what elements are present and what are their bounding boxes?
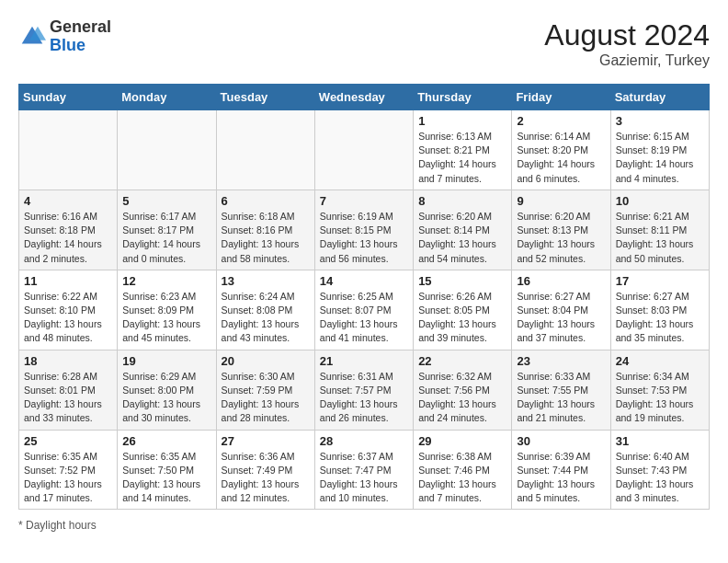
day-number: 16 (517, 274, 605, 288)
col-header-sunday: Sunday (19, 85, 118, 110)
day-info: Sunrise: 6:23 AMSunset: 8:09 PMDaylight:… (122, 290, 210, 346)
header-row: SundayMondayTuesdayWednesdayThursdayFrid… (19, 85, 710, 110)
day-info: Sunrise: 6:13 AMSunset: 8:21 PMDaylight:… (418, 130, 506, 186)
day-info: Sunrise: 6:27 AMSunset: 8:04 PMDaylight:… (517, 290, 605, 346)
week-row-2: 4Sunrise: 6:16 AMSunset: 8:18 PMDaylight… (19, 190, 710, 270)
day-cell: 25Sunrise: 6:35 AMSunset: 7:52 PMDayligh… (19, 430, 118, 510)
day-info: Sunrise: 6:36 AMSunset: 7:49 PMDaylight:… (222, 450, 310, 506)
day-info: Sunrise: 6:27 AMSunset: 8:03 PMDaylight:… (616, 290, 704, 346)
day-cell: 13Sunrise: 6:24 AMSunset: 8:08 PMDayligh… (216, 270, 314, 350)
day-info: Sunrise: 6:35 AMSunset: 7:52 PMDaylight:… (24, 450, 112, 506)
day-cell: 23Sunrise: 6:33 AMSunset: 7:55 PMDayligh… (512, 350, 610, 430)
day-cell: 5Sunrise: 6:17 AMSunset: 8:17 PMDaylight… (118, 190, 216, 270)
day-number: 11 (24, 274, 112, 288)
day-cell: 20Sunrise: 6:30 AMSunset: 7:59 PMDayligh… (216, 350, 314, 430)
day-number: 20 (222, 354, 310, 368)
day-cell: 11Sunrise: 6:22 AMSunset: 8:10 PMDayligh… (19, 270, 118, 350)
day-number: 13 (222, 274, 310, 288)
day-cell: 7Sunrise: 6:19 AMSunset: 8:15 PMDaylight… (314, 190, 413, 270)
logo-text: General Blue (50, 18, 111, 55)
day-info: Sunrise: 6:18 AMSunset: 8:16 PMDaylight:… (222, 210, 310, 266)
day-number: 15 (418, 274, 506, 288)
day-cell: 29Sunrise: 6:38 AMSunset: 7:46 PMDayligh… (414, 430, 512, 510)
day-number: 26 (122, 434, 210, 448)
day-number: 22 (418, 354, 506, 368)
day-info: Sunrise: 6:20 AMSunset: 8:14 PMDaylight:… (418, 210, 506, 266)
day-info: Sunrise: 6:35 AMSunset: 7:50 PMDaylight:… (122, 450, 210, 506)
day-number: 1 (418, 114, 506, 128)
page-header: General Blue August 2024 Gaziemir, Turke… (18, 18, 710, 69)
day-info: Sunrise: 6:38 AMSunset: 7:46 PMDaylight:… (418, 450, 506, 506)
week-row-1: 1Sunrise: 6:13 AMSunset: 8:21 PMDaylight… (19, 110, 710, 190)
day-number: 8 (418, 194, 506, 208)
day-cell: 17Sunrise: 6:27 AMSunset: 8:03 PMDayligh… (610, 270, 709, 350)
day-cell: 1Sunrise: 6:13 AMSunset: 8:21 PMDaylight… (414, 110, 512, 190)
daylight-note: * Daylight hours (18, 519, 710, 532)
day-number: 29 (418, 434, 506, 448)
col-header-wednesday: Wednesday (314, 85, 413, 110)
day-number: 12 (122, 274, 210, 288)
day-number: 27 (222, 434, 310, 448)
day-info: Sunrise: 6:34 AMSunset: 7:53 PMDaylight:… (616, 370, 704, 426)
day-cell: 2Sunrise: 6:14 AMSunset: 8:20 PMDaylight… (512, 110, 610, 190)
day-info: Sunrise: 6:31 AMSunset: 7:57 PMDaylight:… (320, 370, 408, 426)
day-cell: 30Sunrise: 6:39 AMSunset: 7:44 PMDayligh… (512, 430, 610, 510)
day-number: 17 (616, 274, 704, 288)
day-cell: 28Sunrise: 6:37 AMSunset: 7:47 PMDayligh… (314, 430, 413, 510)
day-number: 31 (616, 434, 704, 448)
day-number: 7 (320, 194, 408, 208)
col-header-thursday: Thursday (414, 85, 512, 110)
week-row-5: 25Sunrise: 6:35 AMSunset: 7:52 PMDayligh… (19, 430, 710, 510)
day-cell: 14Sunrise: 6:25 AMSunset: 8:07 PMDayligh… (314, 270, 413, 350)
day-cell (19, 110, 118, 190)
day-number: 10 (616, 194, 704, 208)
week-row-3: 11Sunrise: 6:22 AMSunset: 8:10 PMDayligh… (19, 270, 710, 350)
location: Gaziemir, Turkey (544, 52, 710, 69)
logo-general: General (50, 17, 111, 36)
day-cell: 6Sunrise: 6:18 AMSunset: 8:16 PMDaylight… (216, 190, 314, 270)
title-block: August 2024 Gaziemir, Turkey (544, 18, 710, 69)
day-number: 23 (517, 354, 605, 368)
day-cell (216, 110, 314, 190)
day-info: Sunrise: 6:26 AMSunset: 8:05 PMDaylight:… (418, 290, 506, 346)
day-number: 28 (320, 434, 408, 448)
day-info: Sunrise: 6:19 AMSunset: 8:15 PMDaylight:… (320, 210, 408, 266)
day-number: 19 (122, 354, 210, 368)
day-cell: 8Sunrise: 6:20 AMSunset: 8:14 PMDaylight… (414, 190, 512, 270)
day-info: Sunrise: 6:15 AMSunset: 8:19 PMDaylight:… (616, 130, 704, 186)
day-number: 3 (616, 114, 704, 128)
day-cell (314, 110, 413, 190)
logo-blue: Blue (50, 36, 85, 54)
footer-note-text: Daylight hours (26, 519, 97, 532)
day-number: 2 (517, 114, 605, 128)
day-cell: 15Sunrise: 6:26 AMSunset: 8:05 PMDayligh… (414, 270, 512, 350)
day-cell: 9Sunrise: 6:20 AMSunset: 8:13 PMDaylight… (512, 190, 610, 270)
logo: General Blue (18, 18, 111, 55)
day-cell: 4Sunrise: 6:16 AMSunset: 8:18 PMDaylight… (19, 190, 118, 270)
day-number: 5 (122, 194, 210, 208)
day-cell: 22Sunrise: 6:32 AMSunset: 7:56 PMDayligh… (414, 350, 512, 430)
calendar-table: SundayMondayTuesdayWednesdayThursdayFrid… (18, 84, 710, 510)
day-cell: 31Sunrise: 6:40 AMSunset: 7:43 PMDayligh… (610, 430, 709, 510)
day-number: 18 (24, 354, 112, 368)
day-cell: 26Sunrise: 6:35 AMSunset: 7:50 PMDayligh… (118, 430, 216, 510)
month-year: August 2024 (544, 18, 710, 52)
day-number: 9 (517, 194, 605, 208)
day-number: 24 (616, 354, 704, 368)
day-info: Sunrise: 6:16 AMSunset: 8:18 PMDaylight:… (24, 210, 112, 266)
day-cell: 21Sunrise: 6:31 AMSunset: 7:57 PMDayligh… (314, 350, 413, 430)
day-info: Sunrise: 6:39 AMSunset: 7:44 PMDaylight:… (517, 450, 605, 506)
day-info: Sunrise: 6:24 AMSunset: 8:08 PMDaylight:… (222, 290, 310, 346)
day-cell: 12Sunrise: 6:23 AMSunset: 8:09 PMDayligh… (118, 270, 216, 350)
day-info: Sunrise: 6:25 AMSunset: 8:07 PMDaylight:… (320, 290, 408, 346)
day-info: Sunrise: 6:37 AMSunset: 7:47 PMDaylight:… (320, 450, 408, 506)
col-header-friday: Friday (512, 85, 610, 110)
day-info: Sunrise: 6:21 AMSunset: 8:11 PMDaylight:… (616, 210, 704, 266)
day-info: Sunrise: 6:20 AMSunset: 8:13 PMDaylight:… (517, 210, 605, 266)
day-cell: 16Sunrise: 6:27 AMSunset: 8:04 PMDayligh… (512, 270, 610, 350)
day-info: Sunrise: 6:22 AMSunset: 8:10 PMDaylight:… (24, 290, 112, 346)
day-number: 14 (320, 274, 408, 288)
day-number: 30 (517, 434, 605, 448)
day-info: Sunrise: 6:40 AMSunset: 7:43 PMDaylight:… (616, 450, 704, 506)
day-cell: 27Sunrise: 6:36 AMSunset: 7:49 PMDayligh… (216, 430, 314, 510)
